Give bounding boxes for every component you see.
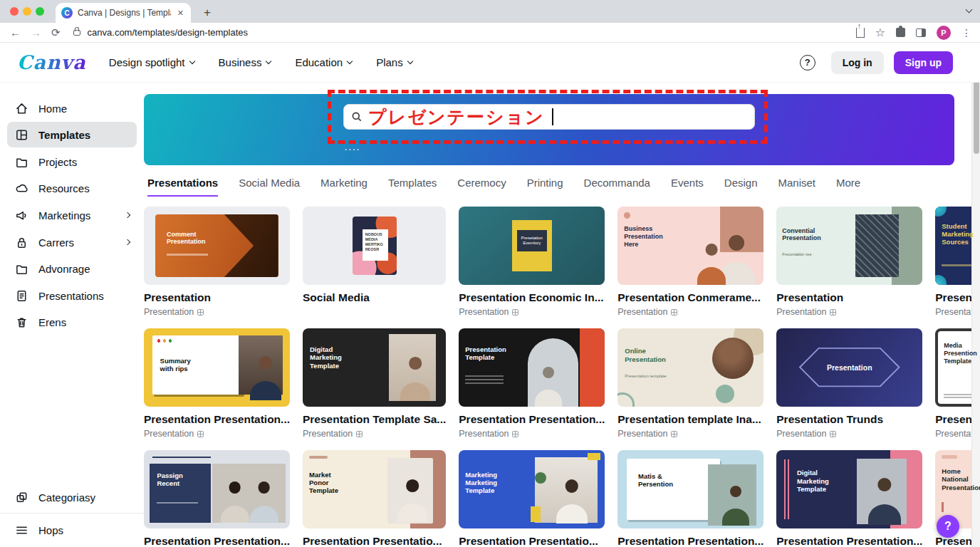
template-thumbnail[interactable]: Convential Presentation Frecontablor nes: [776, 207, 922, 285]
template-thumbnail[interactable]: Matis & Persention: [617, 450, 763, 528]
template-type-icon: [830, 431, 836, 437]
folder-icon: [14, 155, 28, 169]
template-title: Presentation Presentation...: [144, 535, 290, 547]
tab-marketing[interactable]: Marketing: [320, 177, 368, 195]
back-icon[interactable]: ←: [10, 26, 21, 38]
tab-ceremocy[interactable]: Ceremocy: [457, 177, 506, 195]
template-card[interactable]: Marketing Marketing Template Presentatio…: [459, 450, 605, 547]
template-card[interactable]: Passign Recent Presentation Presentation…: [144, 450, 290, 547]
forward-icon[interactable]: →: [31, 26, 41, 38]
browser-toolbar: ← → ⟳ canva.com/templates/design-templat…: [0, 23, 980, 43]
profile-avatar[interactable]: P: [937, 26, 951, 40]
browser-menu-icon[interactable]: ⋮: [961, 28, 971, 38]
template-thumbnail[interactable]: Marketing Marketing Template: [459, 450, 605, 528]
sidebar-item-templates[interactable]: Templates: [7, 122, 137, 147]
template-card[interactable]: Matis & Persention Presentation Presenta…: [617, 450, 763, 547]
template-type-icon: [197, 309, 204, 316]
template-thumbnail[interactable]: Presetation Evemlory: [459, 207, 605, 285]
template-thumbnail[interactable]: Summary with rips: [144, 328, 290, 407]
template-title: Presentation Presentatio...: [303, 535, 446, 547]
template-thumbnail[interactable]: Digitad Marketing Template: [303, 328, 446, 407]
template-thumbnail[interactable]: Market Ponor Template: [303, 450, 446, 528]
template-thumbnail[interactable]: Business Presentation Here: [617, 207, 763, 285]
tab-maniset[interactable]: Maniset: [778, 177, 816, 195]
extensions-icon[interactable]: [896, 28, 905, 37]
template-thumbnail[interactable]: NOBOUS MEDIA MERTIKG REOSR: [303, 207, 446, 285]
browser-tab[interactable]: C Canva | Designs | Templates ✕: [56, 3, 191, 23]
tab-close-icon[interactable]: ✕: [176, 9, 185, 18]
sidebar-item-erens[interactable]: Erens: [7, 309, 137, 335]
side-panel-icon[interactable]: [916, 28, 926, 37]
reload-icon[interactable]: ⟳: [51, 26, 61, 39]
tab-design[interactable]: Design: [724, 177, 758, 195]
canva-logo[interactable]: Canva: [17, 51, 86, 73]
tab-templates[interactable]: Templates: [388, 177, 437, 195]
template-title: Presentation Template Sa...: [303, 413, 446, 426]
url-text[interactable]: canva.com/templates/design-templates: [88, 27, 248, 38]
template-card[interactable]: Online Presentation Presentation templat…: [617, 328, 763, 439]
template-title: Presentation Presentation...: [617, 535, 763, 547]
share-icon[interactable]: [856, 28, 865, 38]
sidebar-item-resources[interactable]: Resources: [7, 175, 137, 201]
category-tabs: Presentations Social Media Marketing Tem…: [144, 177, 954, 199]
tab-decommanda[interactable]: Decommanda: [584, 177, 650, 195]
tab-more[interactable]: More: [836, 177, 860, 195]
template-thumbnail[interactable]: Presentation: [776, 328, 922, 407]
sidebar-item-projects[interactable]: Projects: [7, 149, 137, 174]
help-fab-button[interactable]: ?: [937, 515, 959, 538]
login-button[interactable]: Log in: [831, 51, 884, 74]
sidebar-item-marketings[interactable]: Marketings: [7, 202, 137, 228]
cloud-icon: [14, 181, 28, 195]
template-card[interactable]: Digital Marketing Template Presentation …: [776, 450, 922, 547]
signup-button[interactable]: Sign up: [894, 51, 953, 74]
tabstrip-chevron-icon[interactable]: [966, 6, 973, 14]
template-thumbnail[interactable]: Digital Marketing Template: [776, 450, 922, 528]
search-icon: [351, 111, 363, 123]
template-title: Presentation template Ina...: [617, 413, 763, 426]
template-search-input[interactable]: プレゼンテーション: [343, 104, 755, 130]
template-type-icon: [830, 309, 836, 316]
template-card[interactable]: Business Presentation Here Presentation …: [617, 207, 763, 317]
template-card[interactable]: Presentation Template Presentation Prese…: [459, 328, 605, 439]
template-thumbnail[interactable]: Comment Presentation: [144, 207, 290, 285]
new-tab-button[interactable]: +: [199, 5, 215, 21]
template-thumbnail[interactable]: Online Presentation Presentation templat…: [617, 328, 763, 407]
sidebar-item-presentations[interactable]: Presentations: [7, 283, 137, 308]
minimize-window-button[interactable]: [23, 7, 31, 16]
template-thumbnail[interactable]: Presentation Template: [459, 328, 605, 407]
nav-plans[interactable]: Plans: [376, 56, 412, 68]
main-content: プレゼンテーション ···· Presentations Social Medi…: [144, 83, 954, 547]
template-card[interactable]: Convential Presentation Frecontablor nes…: [776, 207, 922, 317]
tab-events[interactable]: Events: [671, 177, 704, 195]
sidebar-item-hops[interactable]: Hops: [7, 517, 137, 543]
template-card[interactable]: NOBOUS MEDIA MERTIKG REOSR Social Media: [303, 207, 446, 317]
nav-education[interactable]: Education: [295, 56, 352, 68]
template-card[interactable]: Presentation Presentation Trunds Present…: [776, 328, 922, 439]
tab-title: Canva | Designs | Templates: [78, 8, 171, 18]
template-type-icon: [512, 431, 518, 437]
template-title: Presentation: [144, 291, 290, 304]
bookmark-star-icon[interactable]: ☆: [875, 26, 885, 39]
close-window-button[interactable]: [10, 7, 19, 16]
template-card[interactable]: Comment Presentation Presentation Presen…: [144, 207, 290, 317]
template-card[interactable]: Summary with rips Presentation Presentat…: [144, 328, 290, 439]
template-card[interactable]: Market Ponor Template Presentation Prese…: [303, 450, 446, 547]
sidebar-item-categoriasy[interactable]: Categoriasy: [7, 484, 137, 510]
tab-social-media[interactable]: Social Media: [239, 177, 300, 195]
nav-design-spotlight[interactable]: Design spotlight: [109, 56, 194, 68]
tab-printing[interactable]: Printing: [527, 177, 563, 195]
sidebar-item-advonrage[interactable]: Advonrage: [7, 256, 137, 281]
tab-presentations[interactable]: Presentations: [147, 177, 218, 197]
zoom-window-button[interactable]: [36, 7, 44, 16]
template-card[interactable]: Digitad Marketing Template Presentation …: [303, 328, 446, 439]
template-type-icon: [671, 431, 677, 437]
help-icon[interactable]: ?: [800, 55, 815, 71]
main-nav: Design spotlight Business Education Plan…: [109, 56, 412, 68]
nav-business[interactable]: Business: [219, 56, 271, 68]
template-card[interactable]: Presetation Evemlory Presentation Econom…: [459, 207, 605, 317]
template-thumbnail[interactable]: Passign Recent: [144, 450, 290, 528]
template-title: Presentation Presentation...: [776, 535, 922, 547]
sidebar-item-carrers[interactable]: Carrers: [7, 229, 137, 255]
chevron-down-icon: [189, 58, 194, 64]
sidebar-item-home[interactable]: Home: [7, 95, 137, 121]
